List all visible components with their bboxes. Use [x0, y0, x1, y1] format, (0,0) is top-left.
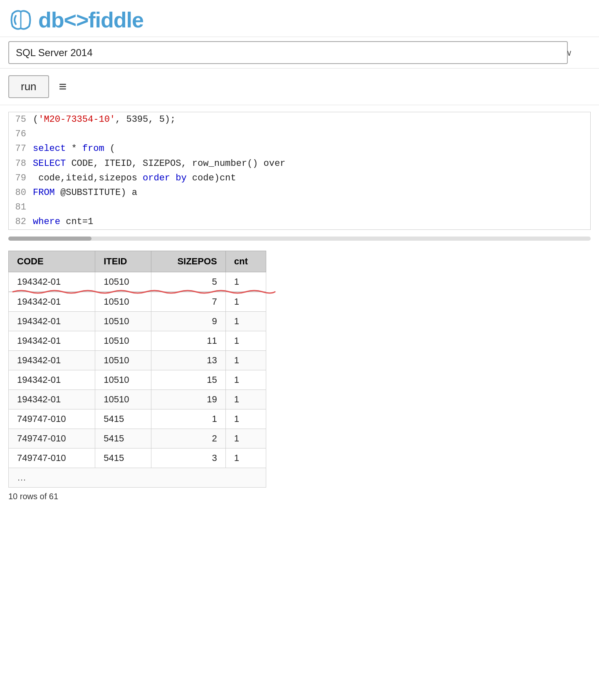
cell-iteid: 5415 — [95, 448, 151, 468]
squiggle-row — [9, 291, 266, 292]
table-header-row: CODE ITEID SIZEPOS cnt — [9, 251, 266, 272]
cell-iteid: 10510 — [95, 350, 151, 370]
table-row: 194342-01 10510 9 1 — [9, 311, 266, 331]
cell-code: 749747-010 — [9, 409, 95, 429]
col-header-code: CODE — [9, 251, 95, 272]
db-selector-row: SQL Server 2014 SQL Server 2016 SQL Serv… — [0, 37, 599, 69]
table-row: 194342-01 10510 19 1 — [9, 389, 266, 409]
hamburger-icon[interactable]: ≡ — [59, 79, 67, 94]
code-line-78: 78 SELECT CODE, ITEID, SIZEPOS, row_numb… — [9, 156, 590, 171]
code-line-76: 76 — [9, 127, 590, 141]
line-number: 78 — [12, 156, 33, 171]
results-table: CODE ITEID SIZEPOS cnt 194342-01 10510 5… — [8, 251, 266, 488]
line-number: 79 — [12, 171, 33, 185]
line-number: 82 — [12, 214, 33, 229]
code-line-80: 80 FROM @SUBSTITUTE) a — [9, 185, 590, 200]
editor-scrollbar[interactable] — [8, 237, 591, 241]
cell-code: 194342-01 — [9, 389, 95, 409]
table-row: 194342-01 10510 15 1 — [9, 370, 266, 389]
cell-sizepos: 15 — [151, 370, 225, 389]
code-content: ('M20-73354-10', 5395, 5); — [33, 112, 176, 127]
table-row: 749747-010 5415 1 1 — [9, 409, 266, 429]
code-line-81: 81 — [9, 200, 590, 214]
table-row: 194342-01 10510 13 1 — [9, 350, 266, 370]
code-content: SELECT CODE, ITEID, SIZEPOS, row_number(… — [33, 156, 285, 171]
line-number: 76 — [12, 127, 33, 141]
cell-sizepos: 9 — [151, 311, 225, 331]
cell-iteid: 10510 — [95, 370, 151, 389]
scrollbar-thumb[interactable] — [8, 237, 92, 241]
cell-code: 749747-010 — [9, 429, 95, 448]
db-selector[interactable]: SQL Server 2014 SQL Server 2016 SQL Serv… — [8, 41, 568, 64]
run-button[interactable]: run — [8, 75, 49, 98]
code-content: code,iteid,sizepos order by code)cnt — [33, 171, 236, 185]
cell-cnt: 1 — [225, 389, 266, 409]
cell-cnt: 1 — [225, 350, 266, 370]
results-container: CODE ITEID SIZEPOS cnt 194342-01 10510 5… — [8, 251, 591, 514]
cell-sizepos: 2 — [151, 429, 225, 448]
cell-cnt: 1 — [225, 409, 266, 429]
cell-cnt: 1 — [225, 448, 266, 468]
cell-sizepos: 11 — [151, 331, 225, 350]
code-line-77: 77 select * from ( — [9, 141, 590, 156]
cell-sizepos: 19 — [151, 389, 225, 409]
header: db<>fiddle — [0, 0, 599, 37]
squiggle-underline — [9, 288, 275, 295]
table-row: 194342-01 10510 11 1 — [9, 331, 266, 350]
cell-sizepos: 1 — [151, 409, 225, 429]
db-selector-wrapper: SQL Server 2014 SQL Server 2016 SQL Serv… — [8, 41, 579, 64]
row-count: 10 rows of 61 — [8, 492, 591, 514]
line-number: 81 — [12, 200, 33, 214]
ellipsis-cell: … — [9, 468, 266, 487]
code-content: select * from ( — [33, 141, 115, 156]
code-content — [33, 200, 38, 214]
cell-iteid: 5415 — [95, 409, 151, 429]
logo-text: db<>fiddle — [38, 7, 144, 32]
cell-code: 194342-01 — [9, 331, 95, 350]
cell-iteid: 5415 — [95, 429, 151, 448]
cell-iteid: 10510 — [95, 331, 151, 350]
ellipsis-row: … — [9, 468, 266, 487]
code-content: FROM @SUBSTITUTE) a — [33, 185, 137, 200]
col-header-iteid: ITEID — [95, 251, 151, 272]
line-number: 80 — [12, 185, 33, 200]
code-line-82: 82 where cnt=1 — [9, 214, 590, 229]
logo-icon — [8, 7, 33, 32]
col-header-sizepos: SIZEPOS — [151, 251, 225, 272]
cell-code: 194342-01 — [9, 311, 95, 331]
cell-sizepos: 13 — [151, 350, 225, 370]
code-line-79: 79 code,iteid,sizepos order by code)cnt — [9, 171, 590, 185]
cell-sizepos: 3 — [151, 448, 225, 468]
table-row: 749747-010 5415 2 1 — [9, 429, 266, 448]
line-number: 77 — [12, 141, 33, 156]
cell-cnt: 1 — [225, 370, 266, 389]
code-line-75: 75 ('M20-73354-10', 5395, 5); — [9, 112, 590, 127]
cell-iteid: 10510 — [95, 389, 151, 409]
cell-cnt: 1 — [225, 331, 266, 350]
line-number: 75 — [12, 112, 33, 127]
table-row: 749747-010 5415 3 1 — [9, 448, 266, 468]
cell-code: 194342-01 — [9, 350, 95, 370]
toolbar: run ≡ — [0, 69, 599, 105]
code-editor[interactable]: 75 ('M20-73354-10', 5395, 5); 76 77 sele… — [8, 112, 591, 230]
col-header-cnt: cnt — [225, 251, 266, 272]
cell-cnt: 1 — [225, 429, 266, 448]
cell-cnt: 1 — [225, 311, 266, 331]
code-content: where cnt=1 — [33, 214, 93, 229]
cell-iteid: 10510 — [95, 311, 151, 331]
code-content — [33, 127, 38, 141]
cell-code: 749747-010 — [9, 448, 95, 468]
cell-code: 194342-01 — [9, 370, 95, 389]
